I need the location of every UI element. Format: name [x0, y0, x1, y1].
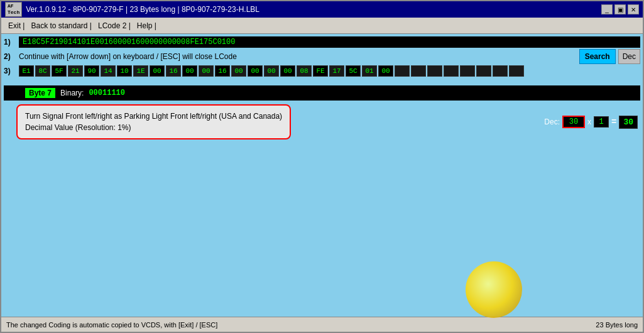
- description-line2: Decimal Value (Resolution: 1%): [25, 122, 282, 133]
- close-button[interactable]: ✕: [628, 4, 639, 14]
- hex-cell-20: 5C: [346, 65, 361, 77]
- dec-button[interactable]: Dec: [618, 49, 640, 64]
- hex-cell-12: 16: [215, 65, 230, 77]
- yellow-highlight-circle: [466, 261, 522, 318]
- status-left-text: The changed Coding is automatic copied t…: [6, 321, 217, 329]
- hex-cell-empty-6: [493, 65, 508, 77]
- row3-hex-cells: E18C5F219014101E00160000160000000008FE17…: [19, 65, 524, 77]
- row2-instruction: Continue with [Arrow down] on keyboard /…: [19, 52, 577, 61]
- multiply-x-label: x: [587, 117, 591, 126]
- hex-cell-empty-5: [476, 65, 491, 77]
- dec-label-formula: Dec:: [544, 117, 560, 126]
- menu-lcode2[interactable]: LCode 2 |: [96, 21, 133, 31]
- hex-cell-4: 90: [84, 65, 99, 77]
- hex-cell-9: 16: [166, 65, 181, 77]
- multiply-value: 1: [594, 116, 609, 128]
- title-text: Ver.1.0.9.12 - 8P0-907-279-F | 23 Bytes …: [26, 5, 259, 14]
- byte-section: 4) Byte 7 Binary: 00011110: [4, 85, 640, 101]
- hex-cell-18: FE: [313, 65, 328, 77]
- row-3: 3) E18C5F219014101E00160000160000000008F…: [4, 65, 640, 77]
- row1-number: 1): [4, 38, 16, 46]
- dec-value-input[interactable]: [562, 116, 585, 128]
- hex-cell-11: 00: [199, 65, 214, 77]
- byte-label: Byte 7: [25, 88, 55, 98]
- menu-exit[interactable]: Exit |: [6, 21, 26, 31]
- spacer: [4, 78, 640, 84]
- description-line1: Turn Signal Front left/right as Parking …: [25, 111, 282, 122]
- row-1: 1) E18C5F219014101E001600001600000000008…: [4, 36, 640, 48]
- hex-cell-empty-2: [427, 65, 442, 77]
- equals-label: =: [611, 117, 616, 127]
- hex-cell-14: 00: [248, 65, 263, 77]
- description-box: Turn Signal Front left/right as Parking …: [16, 104, 291, 139]
- hex-cell-empty-3: [444, 65, 459, 77]
- hex-cell-17: 08: [297, 65, 312, 77]
- hex-cell-1: 8C: [35, 65, 50, 77]
- menu-back-to-standard[interactable]: Back to standard |: [29, 21, 94, 31]
- row-4-container: 4) Byte 7 Binary: 00011110 Turn Signal F…: [4, 85, 640, 143]
- row2-number: 2): [4, 52, 16, 61]
- hex-cell-8: 00: [150, 65, 165, 77]
- title-bar-left: AF Tech Ver.1.0.9.12 - 8P0-907-279-F | 2…: [5, 2, 259, 16]
- hex-cell-15: 00: [264, 65, 279, 77]
- row-2: 2) Continue with [Arrow down] on keyboar…: [4, 49, 640, 64]
- status-bar: The changed Coding is automatic copied t…: [1, 317, 643, 332]
- description-formula-row: Turn Signal Front left/right as Parking …: [4, 101, 640, 143]
- hex-cell-empty-7: [509, 65, 524, 77]
- content-area: 1) E18C5F219014101E001600001600000000008…: [1, 34, 643, 317]
- hex-cell-empty-1: [411, 65, 426, 77]
- binary-label: Binary:: [60, 89, 84, 97]
- hex-cell-13: 00: [231, 65, 246, 77]
- hex-cell-5: 14: [101, 65, 116, 77]
- status-right-text: 23 Bytes long: [596, 321, 638, 329]
- dec-formula-area: Dec: x 1 = 30: [544, 116, 638, 129]
- hex-cell-19: 17: [329, 65, 344, 77]
- row3-number: 3): [4, 67, 16, 75]
- hex-cell-10: 00: [182, 65, 197, 77]
- hex-cell-22: 00: [378, 65, 393, 77]
- row4-number: 4): [8, 89, 20, 97]
- hex-cell-2: 5F: [52, 65, 67, 77]
- hex-cell-empty-4: [460, 65, 475, 77]
- hex-cell-16: 00: [280, 65, 295, 77]
- title-bar: AF Tech Ver.1.0.9.12 - 8P0-907-279-F | 2…: [1, 1, 643, 18]
- app-logo: AF Tech: [5, 2, 22, 16]
- main-window: AF Tech Ver.1.0.9.12 - 8P0-907-279-F | 2…: [0, 0, 644, 333]
- menu-bar: Exit | Back to standard | LCode 2 | Help…: [1, 18, 643, 34]
- search-button[interactable]: Search: [579, 49, 616, 64]
- restore-button[interactable]: ▣: [614, 4, 626, 14]
- hex-cell-6: 10: [117, 65, 132, 77]
- hex-cell-3: 21: [68, 65, 83, 77]
- title-buttons: _ ▣ ✕: [601, 4, 639, 14]
- binary-value: 00011110: [89, 89, 125, 97]
- row1-hex-full: E18C5F219014101E001600001600000000008FE1…: [19, 36, 640, 48]
- hex-cell-21: 01: [362, 65, 377, 77]
- hex-cell-0: E1: [19, 65, 34, 77]
- menu-help[interactable]: Help |: [135, 21, 158, 31]
- minimize-button[interactable]: _: [601, 4, 613, 14]
- hex-cell-7: 1E: [133, 65, 148, 77]
- hex-cell-empty-0: [395, 65, 410, 77]
- result-value: 30: [619, 116, 638, 129]
